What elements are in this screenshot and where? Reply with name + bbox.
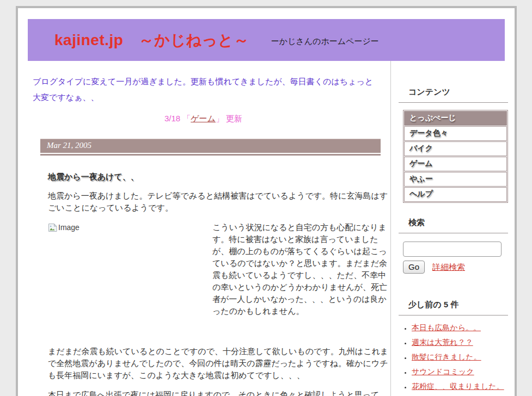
recent-post-link[interactable]: 本日も広島から。。 <box>412 323 481 332</box>
post-title: 地震から一夜あけて、、 <box>48 172 390 182</box>
site-subtitle: ーかじさんのホームページー <box>271 33 379 47</box>
sidebar-heading-recent: 少し前の 5 件 <box>399 300 508 315</box>
sidebar-item-top-page[interactable]: とっぷぺーじ <box>404 111 507 126</box>
list-item: 本日も広島から。。 <box>412 323 508 333</box>
sidebar-item-label[interactable]: ヘルプ <box>404 187 507 202</box>
recent-post-link[interactable]: サウンドコミック <box>412 367 474 376</box>
recent-post-link[interactable]: 散髪に行きました。 <box>412 352 481 361</box>
sidebar-heading-search: 検索 <box>399 218 508 233</box>
content-columns: ブログタイプに変えて一月が過ぎました。更新も慣れてきましたが、毎日書くのはちょっ… <box>18 61 515 396</box>
main-column: ブログタイプに変えて一月が過ぎました。更新も慣れてきましたが、毎日書くのはちょっ… <box>18 61 390 396</box>
broken-image: Image <box>48 221 212 233</box>
post-date-bar-wrap: Mar 21, 2005 <box>40 139 381 156</box>
page: kajinet.jp ～かじねっと～ ーかじさんのホームページー ブログタイプに… <box>16 6 517 396</box>
search-go-button[interactable]: Go <box>403 261 425 274</box>
update-line: 3/18 「ゲーム」 更新 <box>33 114 374 124</box>
site-title: kajinet.jp ～かじねっと～ <box>54 30 249 51</box>
recent-posts-list: 本日も広島から。。 週末は大荒れ？？ 散髪に行きました。 サウンドコミック 花粉… <box>399 323 508 392</box>
sidebar-item-label[interactable]: やふー <box>404 172 507 187</box>
sidebar-item-bike[interactable]: バイク <box>404 141 507 156</box>
sidebar-item-game[interactable]: ゲーム <box>404 157 507 171</box>
post-paragraph-4: 本日まで広島へ出張で夜には福岡に戻りますので、そのときに色々と確認しようと思って <box>48 389 390 396</box>
sidebar-item-data[interactable]: データ色々 <box>404 126 507 141</box>
list-item: 花粉症、、収まりました。 <box>412 382 508 392</box>
post-paragraph-3: まだまだ余震も続いているとのことですので、十分注意して欲しいものです。九州はこれ… <box>48 326 390 381</box>
sidebar-item-label[interactable]: ゲーム <box>404 157 507 171</box>
update-game-link[interactable]: ゲーム <box>191 114 216 123</box>
post-paragraph-1: 地震から一夜あけました。テレビ等でみると結構被害はでているようです。特に玄海島は… <box>48 190 390 214</box>
site-header: kajinet.jp ～かじねっと～ ーかじさんのホームページー <box>28 19 505 61</box>
post-body: 地震から一夜あけました。テレビ等でみると結構被害はでているようです。特に玄海島は… <box>48 190 390 396</box>
broken-image-alt: Image <box>58 221 80 233</box>
broken-image-icon <box>48 223 58 232</box>
sidebar-item-label[interactable]: バイク <box>404 141 507 156</box>
list-item: 週末は大荒れ？？ <box>412 338 508 348</box>
post-date: Mar 21, 2005 <box>40 139 381 153</box>
sidebar-item-yahoo[interactable]: やふー <box>404 172 507 187</box>
sidebar-menu: とっぷぺーじ データ色々 バイク ゲーム やふー ヘルプ <box>403 110 508 203</box>
sidebar: コンテンツ とっぷぺーじ データ色々 バイク ゲーム <box>390 61 515 396</box>
list-item: 散髪に行きました。 <box>412 352 508 362</box>
update-prefix: 3/18 「 <box>164 114 191 123</box>
post-image-placeholder: Image <box>48 221 212 326</box>
search-input[interactable] <box>403 242 502 257</box>
sidebar-item-label[interactable]: とっぷぺーじ <box>404 111 507 126</box>
list-item: サウンドコミック <box>412 367 508 377</box>
sidebar-item-label[interactable]: データ色々 <box>404 126 507 141</box>
intro-text: ブログタイプに変えて一月が過ぎました。更新も慣れてきましたが、毎日書くのはちょっ… <box>33 73 381 105</box>
sidebar-heading-contents: コンテンツ <box>399 87 508 103</box>
advanced-search-link[interactable]: 詳細検索 <box>432 262 465 273</box>
recent-post-link[interactable]: 週末は大荒れ？？ <box>412 338 473 346</box>
recent-post-link[interactable]: 花粉症、、収まりました。 <box>412 382 504 391</box>
sidebar-item-help[interactable]: ヘルプ <box>404 187 507 202</box>
update-suffix: 」 更新 <box>216 114 242 123</box>
search-actions: Go 詳細検索 <box>403 261 508 274</box>
